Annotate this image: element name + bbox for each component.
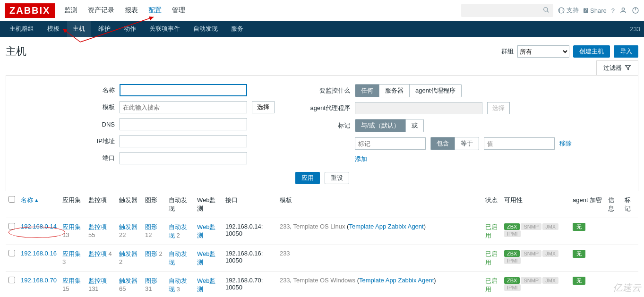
import-button[interactable]: 导入 <box>614 45 638 58</box>
filter-port-input[interactable] <box>120 152 247 164</box>
col-availability: 可用性 <box>501 191 570 218</box>
svg-point-3 <box>622 8 624 10</box>
hosts-table: 名称 ▴ 应用集 监控项 触发器 图形 自动发现 Web监测 接口 模板 状态 … <box>6 191 638 297</box>
interface-cell: 192.168.0.14: 10050 <box>223 218 277 245</box>
filter-toggle[interactable]: 过滤器 <box>596 60 638 75</box>
top-nav: 监测 资产记录 报表 配置 管理 <box>63 4 186 17</box>
topnav-inventory[interactable]: 资产记录 <box>87 4 115 17</box>
share-link[interactable]: Z Share <box>584 7 607 14</box>
svg-line-1 <box>547 10 549 12</box>
filter-reset-button[interactable]: 重设 <box>325 172 349 184</box>
svg-line-6 <box>80 17 154 42</box>
triggers-link[interactable]: 触发器 <box>119 250 137 257</box>
tag-add-link[interactable]: 添加 <box>355 155 367 163</box>
web-link[interactable]: Web监测 <box>197 223 216 239</box>
discovery-link[interactable]: 自动发现 <box>169 250 187 266</box>
filter-name-input[interactable] <box>120 84 247 96</box>
tmpl-link[interactable]: Template OS Windows <box>293 277 356 284</box>
apps-link[interactable]: 应用集 <box>62 277 81 284</box>
apps-link[interactable]: 应用集 <box>62 250 81 257</box>
power-icon[interactable] <box>632 7 639 14</box>
filter-icon <box>625 64 631 72</box>
jmx-badge: JMX <box>542 223 558 230</box>
items-link[interactable]: 监控项 <box>88 250 107 257</box>
host-name-link[interactable]: 192.168.0.16 <box>21 250 57 257</box>
group-select[interactable]: 所有 <box>517 45 569 58</box>
user-icon[interactable] <box>619 7 627 14</box>
graphs-link[interactable]: 图形 <box>145 250 157 257</box>
filter-ip-label: IP地址 <box>82 137 115 145</box>
filter-tags-label: 标记 <box>303 121 350 130</box>
global-search[interactable] <box>461 4 553 17</box>
filter-ip-input[interactable] <box>120 135 247 147</box>
tags-or[interactable]: 或 <box>406 119 423 132</box>
tmpl-link[interactable]: 233 <box>280 250 290 257</box>
col-graphs: 图形 <box>142 191 166 218</box>
items-link[interactable]: 监控项 <box>88 223 107 230</box>
col-items: 监控项 <box>86 191 116 218</box>
tmpl-link[interactable]: Template OS Linux <box>293 223 345 230</box>
templates-cell: 233, Template OS Linux (Template App Zab… <box>277 218 482 245</box>
search-icon[interactable] <box>543 7 550 15</box>
topnav-admin[interactable]: 管理 <box>171 4 186 17</box>
tag-equals[interactable]: 等于 <box>455 137 479 150</box>
snmp-badge: SNMP <box>521 277 541 284</box>
templates-cell: 233 <box>277 245 482 272</box>
jmx-badge: JMX <box>542 250 558 257</box>
tmpl-link[interactable]: 233 <box>280 223 290 230</box>
filter-template-label: 模板 <box>82 103 115 111</box>
subnav-services[interactable]: 服务 <box>225 21 249 37</box>
support-link[interactable]: 支持 <box>558 6 579 15</box>
monitor-proxy[interactable]: agent代理程序 <box>410 85 461 97</box>
triggers-link[interactable]: 触发器 <box>119 277 137 284</box>
filter-template-input[interactable] <box>120 101 247 113</box>
items-link[interactable]: 监控项 <box>88 277 107 284</box>
status-link[interactable]: 已启用 <box>485 223 498 239</box>
web-link[interactable]: Web监测 <box>197 277 216 293</box>
tag-value-input[interactable] <box>484 137 555 150</box>
zbx-badge: ZBX <box>504 250 520 257</box>
tag-contains[interactable]: 包含 <box>431 137 455 150</box>
filter-dns-input[interactable] <box>120 118 247 130</box>
monitor-server[interactable]: 服务器 <box>379 85 410 97</box>
filter-proxy-label: agent代理程序 <box>303 104 350 112</box>
status-link[interactable]: 已启用 <box>485 277 498 293</box>
web-link[interactable]: Web监测 <box>197 250 216 266</box>
tmpl-link[interactable]: Template App Zabbix Agent <box>359 277 434 284</box>
select-all-checkbox[interactable] <box>9 196 15 203</box>
tags-and[interactable]: 与/或（默认） <box>355 119 406 132</box>
col-templates: 模板 <box>277 191 482 218</box>
subnav-hostgroups[interactable]: 主机群组 <box>4 21 40 37</box>
help-icon[interactable]: ? <box>611 7 615 14</box>
monitor-any[interactable]: 任何 <box>355 85 379 97</box>
host-name-link[interactable]: 192.168.0.70 <box>21 277 57 284</box>
graphs-link[interactable]: 图形 <box>145 223 157 230</box>
search-input[interactable] <box>465 7 543 14</box>
graphs-link[interactable]: 图形 <box>145 277 157 284</box>
tag-name-input[interactable] <box>355 137 426 150</box>
filter-apply-button[interactable]: 应用 <box>295 172 320 184</box>
ipmi-badge: IPMI <box>504 230 521 237</box>
support-label: 支持 <box>567 6 579 15</box>
col-info: 信息 <box>605 191 622 218</box>
apps-link[interactable]: 应用集 <box>62 223 81 230</box>
zbx-badge: ZBX <box>504 277 520 284</box>
tag-op-segment: 包含 等于 <box>430 137 479 150</box>
create-host-button[interactable]: 创建主机 <box>573 45 610 58</box>
filter-proxy-input <box>355 102 482 114</box>
triggers-link[interactable]: 触发器 <box>119 223 137 230</box>
col-name[interactable]: 名称 ▴ <box>21 196 38 204</box>
topnav-reports[interactable]: 报表 <box>124 4 139 17</box>
tag-remove-link[interactable]: 移除 <box>559 139 572 148</box>
topnav-monitor[interactable]: 监测 <box>63 4 78 17</box>
row-checkbox[interactable] <box>9 277 15 283</box>
subnav-discovery[interactable]: 自动发现 <box>188 21 223 37</box>
tmpl-link[interactable]: 233 <box>280 277 290 284</box>
topnav-config[interactable]: 配置 <box>147 4 163 17</box>
tmpl-link[interactable]: Template App Zabbix Agent <box>349 223 423 230</box>
row-checkbox[interactable] <box>9 250 15 256</box>
col-interface: 接口 <box>223 191 277 218</box>
status-link[interactable]: 已启用 <box>485 250 498 266</box>
table-row: 192.168.0.16 应用集 3 监控项 4 触发器 2 图形 2 自动发现… <box>6 245 638 272</box>
filter-template-select[interactable]: 选择 <box>252 101 275 113</box>
